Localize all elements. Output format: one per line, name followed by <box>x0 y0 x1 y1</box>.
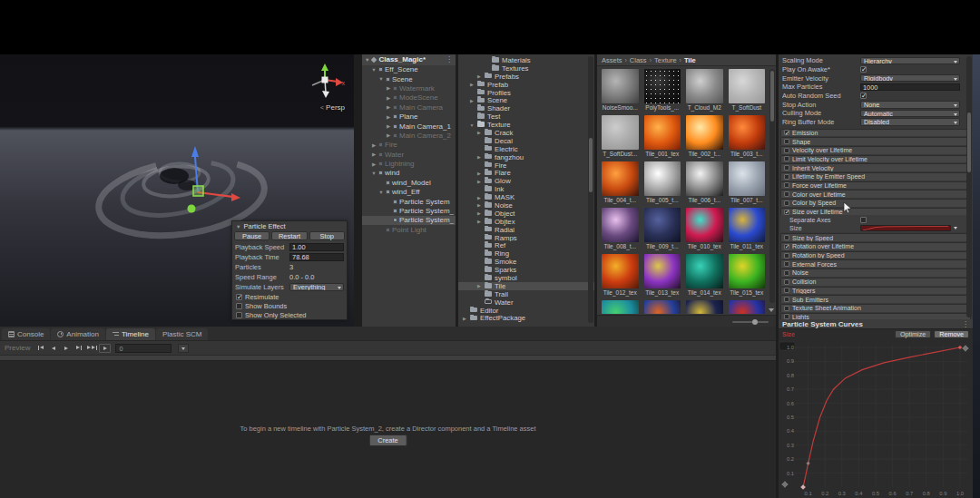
folder-row[interactable]: Ink <box>458 185 594 193</box>
expand-arrow-icon[interactable]: ▶ <box>469 98 475 103</box>
remove-button[interactable]: Remove <box>934 330 969 338</box>
folder-row[interactable]: Test <box>458 112 594 121</box>
folder-row[interactable]: Electric <box>458 145 594 153</box>
asset-tile[interactable]: Tile_007_t... <box>729 161 766 204</box>
value-dropdown[interactable]: Everything <box>289 283 344 291</box>
folder-row[interactable]: ▶ Flare <box>458 169 594 177</box>
expand-arrow-icon[interactable]: ▼ <box>378 190 384 195</box>
thumbnail-zoom-slider[interactable] <box>732 321 769 323</box>
asset-thumbnail[interactable] <box>602 300 639 314</box>
curve-editor[interactable]: 0.10.20.30.40.50.60.70.80.91.01.00.90.80… <box>779 339 973 498</box>
scrollbar-thumb[interactable] <box>589 138 593 192</box>
asset-thumbnail[interactable] <box>602 254 639 288</box>
expand-arrow-icon[interactable]: ▶ <box>476 202 482 208</box>
asset-tile[interactable]: T_SoftDust... <box>602 115 639 158</box>
breadcrumb-item[interactable]: Texture <box>654 56 677 64</box>
scene-orientation-gizmo[interactable]: x <box>305 62 347 100</box>
hierarchy-item[interactable]: wind_Model <box>362 178 456 187</box>
optimize-button[interactable]: Optimize <box>895 330 931 338</box>
particle-playback-button[interactable]: Pause <box>234 231 270 240</box>
particle-module-bar[interactable]: Emission <box>780 129 971 137</box>
particle-module-bar[interactable]: Shape <box>780 137 971 145</box>
particle-module-bar[interactable]: Limit Velocity over Lifetime <box>780 155 971 163</box>
folder-row[interactable]: Ref <box>458 241 594 249</box>
module-checkbox[interactable] <box>784 165 789 171</box>
particle-module-bar[interactable]: Texture Sheet Animation <box>780 304 971 312</box>
asset-tile[interactable]: Tile_003_t... <box>729 115 766 158</box>
hierarchy-item[interactable]: ▼ wind <box>362 169 456 178</box>
particle-module-bar[interactable]: Triggers <box>780 287 971 295</box>
module-checkbox[interactable] <box>784 235 789 240</box>
asset-tile[interactable]: Tile_004_t... <box>602 161 639 204</box>
asset-tile[interactable] <box>729 300 766 314</box>
particle-module-bar[interactable]: Sub Emitters <box>780 295 971 303</box>
value-input[interactable]: 78.68 <box>289 253 344 261</box>
folder-row[interactable]: ▶ Noise <box>458 201 594 210</box>
asset-thumbnail[interactable] <box>602 161 639 196</box>
context-menu-icon[interactable]: ⋮ <box>446 55 453 63</box>
asset-grid-scrollbar[interactable] <box>769 69 775 303</box>
expand-arrow-icon[interactable]: ▶ <box>476 210 482 216</box>
value-input[interactable]: 1.00 <box>289 243 344 251</box>
asset-thumbnail[interactable] <box>644 254 681 288</box>
particle-module-bar[interactable]: Lights <box>780 313 971 319</box>
asset-tile[interactable]: T_Cloud_M2 <box>686 69 723 112</box>
particle-module-bar[interactable]: Size over Lifetime <box>780 208 971 216</box>
scrollbar-thumb[interactable] <box>770 71 774 122</box>
particle-playback-button[interactable]: Stop <box>309 231 345 240</box>
asset-tile[interactable]: Tile_005_t... <box>644 161 681 204</box>
module-checkbox[interactable] <box>784 130 789 135</box>
module-checkbox[interactable] <box>784 306 789 311</box>
expand-arrow-icon[interactable]: ▶ <box>386 104 391 110</box>
folder-row[interactable]: ▼ Texture <box>458 121 594 129</box>
project-tree-scrollbar[interactable] <box>588 56 593 323</box>
module-checkbox[interactable] <box>784 200 789 206</box>
folder-row[interactable]: ▶ Glow <box>458 177 594 185</box>
particle-module-bar[interactable]: Rotation by Speed <box>780 251 971 259</box>
expand-arrow-icon[interactable]: ▶ <box>462 316 467 321</box>
asset-thumbnail[interactable] <box>644 69 681 103</box>
module-checkbox[interactable] <box>784 297 789 302</box>
module-checkbox[interactable] <box>784 270 789 276</box>
folder-row[interactable]: Shader <box>458 104 594 112</box>
expand-arrow-icon[interactable]: ▶ <box>386 85 391 91</box>
particle-module-bar[interactable]: External Forces <box>780 259 971 268</box>
create-timeline-button[interactable]: Create <box>368 435 407 446</box>
bottom-panel-tab[interactable]: Animation <box>51 328 105 341</box>
folder-row[interactable]: ▶ Crack <box>458 129 594 137</box>
asset-thumbnail[interactable] <box>644 161 681 196</box>
hierarchy-item[interactable]: ▼ wind_Eff <box>362 188 456 197</box>
asset-tile[interactable] <box>686 300 723 314</box>
module-checkbox[interactable] <box>784 244 789 249</box>
checkbox[interactable] <box>236 312 242 318</box>
hierarchy-scene-header[interactable]: ▼ Class_Magic* ⋮ <box>362 54 456 65</box>
asset-tile[interactable] <box>644 300 681 314</box>
checkbox[interactable] <box>236 303 242 309</box>
transport-button[interactable] <box>48 344 59 353</box>
folder-row[interactable]: Fire <box>458 161 594 170</box>
asset-tile[interactable]: PolyTools_... <box>644 69 681 112</box>
asset-tile[interactable]: Tile_014_tex <box>686 254 723 297</box>
timeline-options-dropdown[interactable] <box>178 344 189 353</box>
size-curve-field[interactable] <box>860 225 951 232</box>
transport-button[interactable] <box>74 344 84 353</box>
curve-dropdown-icon[interactable] <box>951 225 958 232</box>
perspective-toggle[interactable]: < Persp <box>320 103 345 112</box>
property-dropdown[interactable]: Hierarchy <box>860 57 960 65</box>
hierarchy-item[interactable]: ▶ Main Camera <box>362 103 456 112</box>
transport-button[interactable] <box>99 344 111 353</box>
asset-tile[interactable]: Tile_011_tex <box>729 208 766 250</box>
folder-row[interactable]: ▶ Objtex <box>458 218 594 226</box>
transform-gizmo[interactable] <box>168 141 240 222</box>
expand-arrow-icon[interactable]: ▶ <box>476 219 482 224</box>
property-checkbox[interactable] <box>860 66 867 73</box>
particle-module-bar[interactable]: Lifetime by Emitter Speed <box>780 172 971 181</box>
breadcrumb-item[interactable]: Class <box>630 56 647 64</box>
asset-tile[interactable] <box>602 300 639 314</box>
asset-tile[interactable]: Tile_006_t... <box>686 161 723 204</box>
hierarchy-item[interactable]: ▶ Plane <box>362 112 456 121</box>
module-checkbox[interactable] <box>784 279 789 285</box>
module-checkbox[interactable] <box>784 288 789 293</box>
expand-arrow-icon[interactable]: ▶ <box>386 95 391 101</box>
module-checkbox[interactable] <box>784 191 789 197</box>
